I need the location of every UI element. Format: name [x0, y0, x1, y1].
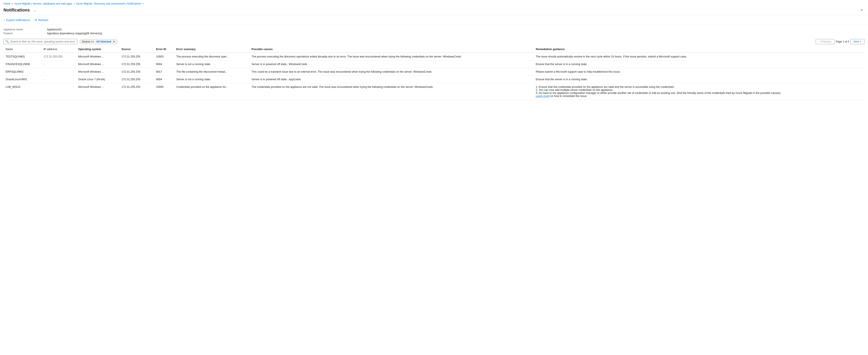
cell-ip: - — [41, 61, 76, 68]
page-header: Notifications ... × — [0, 6, 868, 15]
export-icon: ↓ — [3, 18, 5, 22]
table-row: OracleLinuxVM01-Oracle Linux 7 (64-bit)1… — [3, 76, 865, 83]
cell-ip: - — [41, 76, 76, 83]
cell-remediation: The issue should automatically resolve i… — [533, 53, 865, 61]
cell-source: 172.31.255.255 — [119, 76, 154, 83]
cell-errorid: 9004 — [154, 76, 174, 83]
previous-button[interactable]: < Previous — [816, 39, 835, 44]
cell-name: ERPSQLVM02 — [3, 68, 41, 76]
col-header-name[interactable]: Name — [3, 46, 41, 53]
table-row: ERPSQLVM02.Microsoft Windows ...172.31.2… — [3, 68, 865, 76]
export-label: Export notifications — [6, 19, 30, 22]
cell-os: Oracle Linux 7 (64-bit) — [76, 76, 119, 83]
cell-source: 172.31.255.255 — [119, 83, 154, 100]
filter-bar: 🔍 Source == All Selected ✕ < Previous Pa… — [0, 37, 868, 46]
cell-source: 172.31.255.255 — [119, 68, 154, 76]
export-notifications-button[interactable]: ↓ Export notifications — [3, 18, 30, 23]
table-row: TESTSQLVM01172.31.255.255Microsoft Windo… — [3, 53, 865, 61]
refresh-icon: ↺ — [34, 18, 37, 22]
cell-name: LAB_WSUS — [3, 83, 41, 100]
table-header: Name IP address Operating system Source … — [3, 46, 865, 53]
cell-remediation: Ensure that the server is in a running s… — [533, 76, 865, 83]
breadcrumb-home[interactable]: Home — [3, 2, 10, 5]
col-header-causes[interactable]: Possible causes — [249, 46, 533, 53]
remove-filter-tag-button[interactable]: ✕ — [113, 40, 116, 43]
filter-tag-value: All Selected — [96, 40, 111, 43]
table-container: Name IP address Operating system Source … — [0, 46, 868, 100]
search-box[interactable]: 🔍 — [3, 39, 77, 44]
cell-causes: Server is in powered off state.: AppCred… — [249, 76, 533, 83]
cell-os: Microsoft Windows ... — [76, 61, 119, 68]
cell-os: Microsoft Windows ... — [76, 53, 119, 61]
breadcrumb-servers[interactable]: Azure Migrate | Servers, databases and w… — [14, 2, 72, 5]
cell-errorid: 9017 — [154, 68, 174, 76]
cell-errorid: 9004 — [154, 61, 174, 68]
refresh-label: Refresh — [38, 19, 49, 22]
cell-causes: This could be a transient issue due to a… — [249, 68, 533, 76]
toolbar: ↓ Export notifications ↺ Refresh — [0, 15, 868, 25]
cell-name: OracleLinuxVM01 — [3, 76, 41, 83]
filter-tag[interactable]: Source == All Selected ✕ — [80, 39, 118, 44]
search-input[interactable] — [10, 40, 75, 43]
table-row: FINANCESQLVM06-Microsoft Windows ...172.… — [3, 61, 865, 68]
pagination: < Previous Page 1 of 4 Next > — [816, 39, 865, 44]
info-section: Appliance name Appliance01 Feature Agent… — [0, 25, 868, 37]
learn-more-link[interactable]: Learn more — [536, 95, 550, 98]
col-header-errorid[interactable]: Error ID — [154, 46, 174, 53]
notifications-table: Name IP address Operating system Source … — [3, 46, 865, 100]
cell-source: 172.31.255.255 — [119, 53, 154, 61]
page-info: Page 1 of 4 — [836, 40, 849, 43]
cell-summary: Credentials provided on the appliance fo… — [174, 83, 249, 100]
appliance-value: Appliance01 — [47, 28, 865, 31]
table-row: LAB_WSUSMicrosoft Windows ...172.31.255.… — [3, 83, 865, 100]
next-button[interactable]: Next > — [850, 39, 865, 44]
col-header-os[interactable]: Operating system — [76, 46, 119, 53]
cell-summary: The process executing the discovery oper… — [174, 53, 249, 61]
cell-causes: Server is in powered off state.: Windows… — [249, 61, 533, 68]
feature-label: Feature — [3, 32, 47, 35]
cell-remediation: Ensure that the server is in a running s… — [533, 61, 865, 68]
cell-ip — [41, 83, 76, 100]
feature-value: Agentless dependency mapping(66 Server(s… — [47, 32, 865, 35]
cell-ip: 172.31.255.255 — [41, 53, 76, 61]
cell-source: 172.31.255.255 — [119, 61, 154, 68]
col-header-remediation[interactable]: Remediation guidance — [533, 46, 865, 53]
cell-summary: The file containing the discovered metad… — [174, 68, 249, 76]
table-body: TESTSQLVM01172.31.255.255Microsoft Windo… — [3, 53, 865, 100]
cell-remediation: Please submit a Microsoft support case t… — [533, 68, 865, 76]
cell-summary: Server is not a running state. — [174, 76, 249, 83]
filter-tag-prefix: Source == — [82, 40, 94, 43]
cell-remediation: 1. Ensure that the credentials provided … — [533, 83, 865, 100]
cell-name: FINANCESQLVM06 — [3, 61, 41, 68]
col-header-ip[interactable]: IP address — [41, 46, 76, 53]
col-header-summary[interactable]: Error summary — [174, 46, 249, 53]
close-button[interactable]: × — [859, 7, 865, 13]
breadcrumb: Home > Azure Migrate | Servers, database… — [0, 0, 868, 6]
cell-summary: Server is not a running state. — [174, 61, 249, 68]
cell-causes: The process executing the discovery oper… — [249, 53, 533, 61]
search-icon: 🔍 — [5, 40, 9, 43]
cell-name: TESTSQLVM01 — [3, 53, 41, 61]
cell-os: Microsoft Windows ... — [76, 83, 119, 100]
cell-os: Microsoft Windows ... — [76, 68, 119, 76]
breadcrumb-notifications[interactable]: Azure Migrate: Discovery and assessment … — [76, 2, 141, 5]
filter-left: 🔍 Source == All Selected ✕ — [3, 39, 118, 44]
cell-ip: . — [41, 68, 76, 76]
cell-errorid: 10005 — [154, 83, 174, 100]
refresh-button[interactable]: ↺ Refresh — [34, 18, 49, 23]
appliance-label: Appliance name — [3, 28, 47, 31]
cell-errorid: 10003 — [154, 53, 174, 61]
page-menu-button[interactable]: ... — [32, 7, 38, 13]
cell-causes: The credentials provided on the applianc… — [249, 83, 533, 100]
page-title: Notifications — [3, 8, 30, 12]
col-header-source[interactable]: Source — [119, 46, 154, 53]
